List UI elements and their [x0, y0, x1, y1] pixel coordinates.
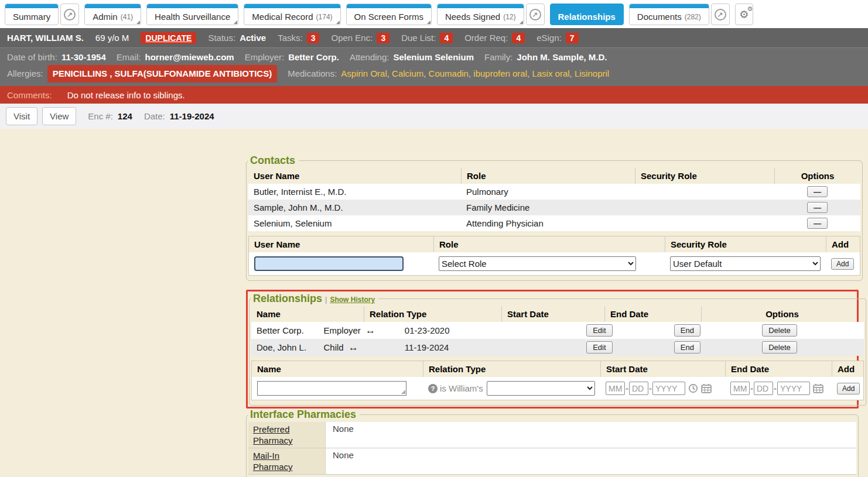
pharmacies-title: Interface Pharmacies [248, 409, 360, 421]
tab-documents[interactable]: Documents (282) [629, 4, 709, 25]
visit-button[interactable]: Visit [6, 107, 37, 125]
contacts-header-role: Role [461, 168, 635, 184]
email-value: horner@mieweb.com [145, 50, 234, 65]
medication-link[interactable]: Coumadin [429, 68, 469, 78]
relationships-highlight: Relationships | Show History Name Relati… [246, 290, 859, 409]
esign-count-badge[interactable]: 7 [566, 33, 579, 43]
tab-relationships[interactable]: Relationships [550, 4, 624, 25]
contact-username-input[interactable] [254, 256, 404, 271]
contact-name: Sample, John M., M.D. [248, 200, 461, 215]
rel-start-date: 11-19-2024 [399, 340, 462, 355]
bidirectional-arrow-icon: ↔ [348, 342, 358, 353]
rel-header-end: End Date [604, 306, 701, 322]
rel-type: Child ↔ [318, 339, 399, 356]
rel-end-date [461, 345, 520, 350]
end-month-input[interactable] [730, 382, 750, 395]
allergies-badge[interactable]: PENICILLINS , SULFA(SULFONAMIDE ANTIBIOT… [47, 65, 277, 83]
start-month-input[interactable] [606, 382, 625, 395]
end-day-input[interactable] [754, 382, 773, 395]
comments-text: Do not release info to siblings. [67, 90, 185, 100]
remove-contact-button[interactable]: — [807, 218, 828, 229]
tab-medical-record[interactable]: Medical Record (174) [244, 4, 340, 25]
remove-contact-button[interactable]: — [807, 186, 828, 197]
possessive-text: is William's [440, 383, 483, 393]
contacts-header-security: Security Role [635, 168, 774, 184]
add-contact-header-role: Role [433, 236, 665, 252]
start-day-input[interactable] [629, 382, 648, 395]
relationship-name-input[interactable] [257, 381, 406, 396]
status-value: Active [240, 33, 266, 43]
tab-needs-signed[interactable]: Needs Signed (12) [437, 4, 524, 25]
delete-relationship-button[interactable]: Delete [762, 324, 797, 337]
medication-link[interactable]: ibuprofen oral [473, 68, 527, 78]
order-req-label: Order Req: [464, 33, 508, 43]
list-separator: , [423, 68, 428, 78]
patient-banner-row1: HART, WILLIAM S. 69 y/o M DUPLICATE Stat… [0, 28, 868, 47]
due-list-count-badge[interactable]: 4 [440, 33, 453, 43]
end-year-input[interactable] [777, 382, 810, 395]
relationships-title: Relationships [253, 293, 322, 304]
email-label: Email: [117, 50, 141, 65]
medication-link[interactable]: Calcium [392, 68, 423, 78]
start-year-input[interactable] [652, 382, 685, 395]
add-contact-button[interactable]: Add [831, 258, 854, 270]
add-rel-header-name: Name [252, 361, 423, 377]
medication-link[interactable]: Lisinopril [575, 68, 609, 78]
patient-name: HART, WILLIAM S. [7, 33, 84, 43]
relation-type-select[interactable] [487, 381, 595, 396]
add-relationship-button[interactable]: Add [837, 383, 860, 394]
edit-relationship-button[interactable]: Edit [586, 341, 612, 354]
contact-row: Butler, Internist E., M.D. Pulmonary — [248, 184, 860, 200]
attending-value: Selenium Selenium [393, 50, 474, 65]
add-contact-row: Select Role User Default Add [249, 252, 860, 275]
contact-name: Selenium, Selenium [248, 216, 461, 231]
tab-summary[interactable]: Summary [5, 4, 59, 25]
dob-value: 11-30-1954 [61, 50, 106, 65]
rel-name: Better Corp. [251, 323, 318, 338]
patient-banner-row2: Date of birth: 11-30-1954 Email: horner@… [0, 47, 868, 86]
end-relationship-button[interactable]: End [674, 341, 700, 354]
medications-label: Medications: [288, 66, 337, 81]
calendar-icon[interactable] [813, 383, 823, 393]
end-relationship-button[interactable]: End [674, 324, 700, 337]
gear-icon-small: ⚙ [747, 6, 753, 12]
contact-role: Attending Physician [461, 216, 635, 231]
duplicate-badge[interactable]: DUPLICATE [141, 32, 196, 44]
edit-relationship-button[interactable]: Edit [586, 324, 612, 337]
relationship-row: Doe, John L. Child ↔ 11-19-2024 Edit End… [251, 339, 864, 356]
date-value: 11-19-2024 [170, 111, 214, 121]
help-icon[interactable]: ? [428, 384, 438, 393]
tasks-count-badge[interactable]: 3 [307, 33, 320, 43]
clock-icon[interactable] [688, 383, 698, 393]
medication-link[interactable]: Lasix oral [532, 68, 569, 78]
preferred-pharmacy-value: None [326, 422, 361, 448]
remove-contact-button[interactable]: — [807, 202, 828, 213]
show-history-link[interactable]: Show History [330, 296, 375, 304]
popout-needs-signed-button[interactable]: ↗ [526, 4, 545, 25]
tab-admin[interactable]: Admin (41) [84, 4, 141, 25]
tab-health-surveillance[interactable]: Health Surveillance [146, 4, 238, 25]
relationship-row: Better Corp. Employer ↔ 01-23-2020 Edit … [251, 322, 864, 339]
calendar-icon[interactable] [701, 383, 712, 393]
tab-on-screen-forms[interactable]: On Screen Forms [346, 4, 432, 25]
order-req-count-badge[interactable]: 4 [512, 33, 525, 43]
popout-summary-button[interactable]: ↗ [60, 4, 79, 25]
pharmacy-row: Preferred Pharmacy None [248, 422, 856, 448]
contact-name: Butler, Internist E., M.D. [248, 184, 461, 199]
popout-documents-button[interactable]: ↗ [711, 4, 730, 25]
rel-end-date [461, 328, 520, 333]
add-rel-header-start: Start Date [600, 361, 725, 377]
settings-button[interactable]: ⚙ ⚙ [735, 4, 753, 25]
contact-security-select[interactable]: User Default [670, 256, 821, 271]
preferred-pharmacy-link[interactable]: Preferred Pharmacy [253, 424, 293, 445]
contacts-title: Contacts [248, 155, 299, 167]
view-button[interactable]: View [42, 107, 76, 125]
open-enc-count-badge[interactable]: 3 [377, 33, 389, 43]
delete-relationship-button[interactable]: Delete [762, 341, 797, 354]
enc-label: Enc #: [88, 111, 113, 121]
medication-link[interactable]: Aspirin Oral [341, 68, 387, 78]
mail-in-pharmacy-link[interactable]: Mail-In Pharmacy [253, 451, 293, 472]
employer-value: Better Corp. [288, 50, 339, 65]
contact-role-select[interactable]: Select Role [439, 256, 636, 271]
rel-header-name: Name [251, 306, 364, 322]
